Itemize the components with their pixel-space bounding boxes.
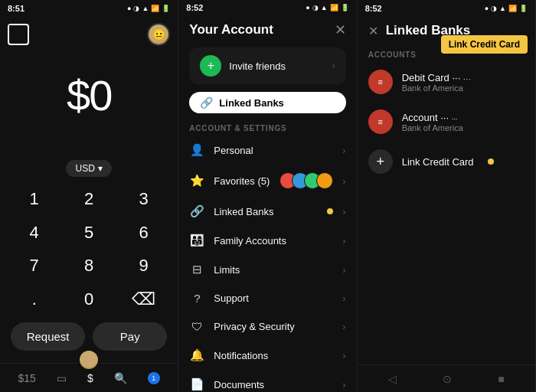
key-9[interactable]: 9 (117, 251, 170, 280)
menu-support[interactable]: ? Support › (178, 284, 356, 312)
favorites-avatars (279, 172, 333, 189)
doc-icon: 📄 (189, 377, 204, 391)
debit-card-sub: Bank of America (402, 83, 525, 93)
amount-display: $0 (67, 70, 111, 120)
link-cc-text: Link Credit Card (402, 156, 474, 168)
menu-favorites[interactable]: ⭐ Favorites (5) › (178, 165, 356, 197)
location-icon-3: ▲ (499, 5, 506, 12)
location-icon-2: ▲ (321, 4, 328, 11)
panel-account: 8:52 ● ◑ ▲ 📶 🔋 Your Account ✕ + Invite f… (178, 0, 357, 392)
status-time-1: 8:51 (8, 4, 25, 13)
menu-privacy[interactable]: 🛡 Privacy & Security › (178, 312, 356, 341)
location-icon: ▲ (142, 5, 149, 12)
avatar-face: 😐 (149, 24, 168, 44)
menu-limits[interactable]: ⊟ Limits › (178, 255, 356, 284)
person-icon: 👤 (189, 143, 204, 157)
linked-banks-dot (327, 208, 333, 214)
key-1[interactable]: 1 (8, 185, 60, 214)
bank-logo-1: ≡ (377, 77, 382, 87)
key-6[interactable]: 6 (117, 218, 170, 247)
network-icon: 📶 (151, 5, 159, 12)
link-cc-dot (488, 158, 494, 165)
pay-button[interactable]: Pay (93, 322, 167, 351)
request-button[interactable]: Request (11, 322, 85, 351)
signal-icon: ● (127, 5, 131, 12)
wifi-icon-2: ◑ (312, 4, 319, 11)
plus-icon: + (368, 149, 393, 174)
limits-icon: ⊟ (189, 263, 204, 276)
home-nav-icon-3[interactable]: ⊙ (443, 373, 452, 385)
masked-dots-1: ··· (463, 75, 472, 83)
menu-family[interactable]: 👨‍👩‍👧 Family Accounts › (178, 226, 356, 255)
signal-icon-3: ● (485, 5, 489, 12)
key-backspace[interactable]: ⌫ (117, 285, 170, 314)
battery-icon-2: 🔋 (341, 4, 349, 11)
back-button[interactable]: ✕ (368, 24, 378, 38)
back-nav-icon-3[interactable]: ◁ (388, 373, 397, 385)
family-arrow: › (342, 235, 345, 247)
debit-card-name: Debit Card ··· ··· (402, 72, 525, 83)
panel-linked-banks: 8:52 ● ◑ ▲ 📶 🔋 ✕ Linked Banks Link Credi… (358, 0, 536, 392)
status-icons-3: ● ◑ ▲ 📶 🔋 (485, 5, 528, 12)
callout-text: Link Credit Card (449, 39, 520, 50)
menu-notifications[interactable]: 🔔 Notifications › (178, 341, 356, 370)
key-2[interactable]: 2 (62, 185, 115, 214)
search-icon[interactable]: 🔍 (114, 372, 127, 384)
menu-linked-banks[interactable]: 🔗 Linked Banks › (178, 197, 356, 226)
network-icon-3: 📶 (508, 5, 517, 12)
link-icon-menu: 🔗 (189, 204, 204, 218)
key-8[interactable]: 8 (62, 251, 115, 280)
home-icon[interactable]: $ (87, 372, 93, 384)
status-bar-2: 8:52 ● ◑ ▲ 📶 🔋 (178, 0, 356, 15)
invite-arrow: › (332, 60, 335, 71)
status-icons-2: ● ◑ ▲ 📶 🔋 (306, 4, 348, 11)
linked-banks-container: 🔗 Linked Banks (178, 87, 356, 118)
recents-nav-icon-3[interactable]: ■ (498, 373, 504, 385)
key-decimal[interactable]: . (8, 285, 60, 314)
status-time-3: 8:52 (365, 4, 382, 13)
signal-icon-2: ● (306, 4, 309, 11)
account-section-label: ACCOUNT & SETTINGS (178, 118, 356, 136)
account-bank-icon: ≡ (368, 109, 393, 134)
top-row: 😐 (8, 23, 170, 46)
invite-card: + Invite friends › (189, 47, 345, 84)
menu-personal[interactable]: 👤 Personal › (178, 136, 356, 165)
invite-icon: + (200, 55, 221, 77)
personal-arrow: › (342, 145, 345, 156)
bell-icon: 🔔 (189, 348, 204, 362)
currency-label: USD (75, 163, 94, 174)
account-title: Your Account (189, 22, 273, 38)
profile-avatar[interactable]: 😐 (147, 23, 170, 46)
menu-documents[interactable]: 📄 Documents › (178, 370, 356, 392)
key-0[interactable]: 0 (62, 285, 115, 314)
key-5[interactable]: 5 (62, 218, 115, 247)
link-credit-card-callout: Link Credit Card (441, 35, 528, 54)
debit-card-item: ≡ Debit Card ··· ··· Bank of America (358, 62, 535, 102)
masked-dots-2: ··· (452, 115, 458, 122)
notification-badge[interactable]: 1 (148, 372, 160, 384)
battery-icon-3: 🔋 (519, 5, 528, 12)
invite-text: Invite friends (229, 60, 286, 72)
personal-label: Personal (214, 145, 333, 156)
scan-icon[interactable] (8, 24, 29, 45)
account-header: Your Account ✕ (178, 15, 356, 44)
favorites-arrow: › (342, 175, 345, 187)
battery-icon: 🔋 (162, 5, 170, 12)
privacy-icon: 🛡 (189, 320, 204, 333)
card-icon[interactable]: ▭ (57, 372, 67, 384)
documents-arrow: › (342, 379, 345, 390)
link-credit-card-item[interactable]: + Link Credit Card (358, 142, 535, 181)
status-bar-3: 8:52 ● ◑ ▲ 📶 🔋 (358, 0, 535, 17)
privacy-arrow: › (342, 321, 345, 332)
key-3[interactable]: 3 (117, 185, 170, 214)
linked-banks-label: Linked Banks (219, 97, 284, 109)
favorites-label: Favorites (5) (214, 175, 270, 187)
close-button[interactable]: ✕ (335, 21, 346, 38)
currency-button[interactable]: USD ▾ (66, 160, 111, 177)
key-7[interactable]: 7 (8, 251, 60, 280)
debit-card-info: Debit Card ··· ··· Bank of America (402, 72, 525, 93)
key-4[interactable]: 4 (8, 218, 60, 247)
wifi-icon: ◑ (133, 5, 139, 12)
linked-banks-pill[interactable]: 🔗 Linked Banks (189, 92, 345, 113)
notifications-arrow: › (342, 350, 345, 361)
